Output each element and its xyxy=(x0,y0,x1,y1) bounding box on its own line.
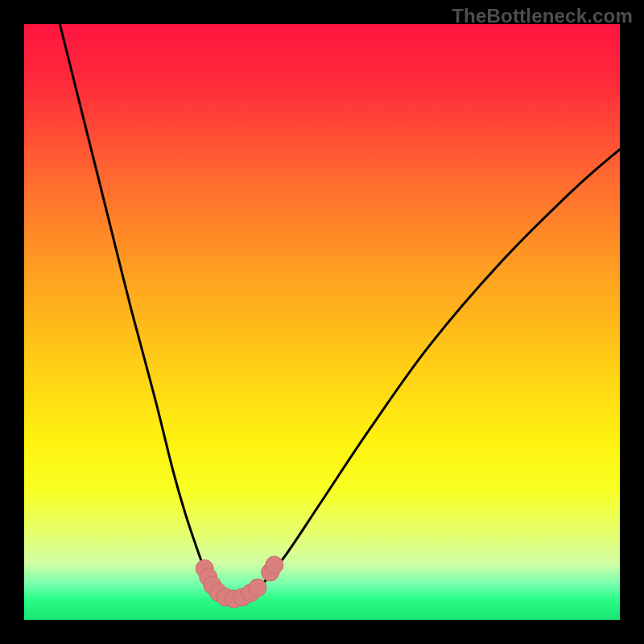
cluster-marker xyxy=(266,556,283,574)
plot-area xyxy=(24,24,620,620)
cluster-marker xyxy=(249,579,266,597)
watermark-text: TheBottleneck.com xyxy=(452,5,633,27)
gradient-background xyxy=(24,24,620,620)
outer-frame: TheBottleneck.com xyxy=(0,0,644,644)
chart-svg xyxy=(24,24,620,620)
